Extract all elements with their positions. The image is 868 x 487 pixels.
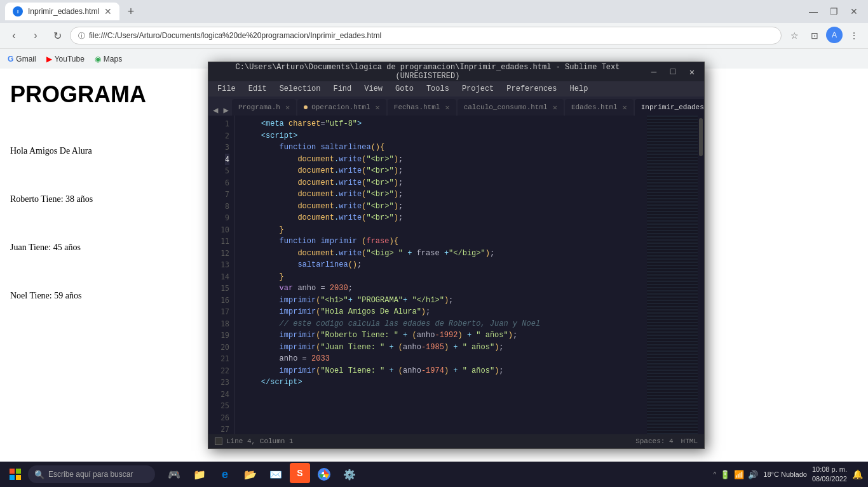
- bookmark-youtube[interactable]: ▶ YouTube: [46, 55, 85, 63]
- bookmark-button[interactable]: ☆: [785, 27, 803, 44]
- tab-inprimir[interactable]: Inprimir_edades.html ✕: [635, 99, 704, 116]
- minimap: [647, 116, 698, 434]
- back-button[interactable]: ‹: [5, 27, 23, 44]
- minimize-button[interactable]: —: [804, 3, 822, 20]
- taskbar-app-files[interactable]: 📂: [239, 463, 262, 486]
- menu-selection[interactable]: Selection: [275, 83, 326, 95]
- code-editor[interactable]: 1 2 3 4 5 6 7 8 9 10 11 12 13 14 15 16 1…: [208, 116, 704, 434]
- tab-operacion-close[interactable]: ✕: [376, 103, 380, 112]
- taskbar-app-mail[interactable]: ✉️: [264, 463, 287, 486]
- address-bar[interactable]: ⓘ file:///C:/Users/Arturo/Documents/logi…: [70, 27, 782, 44]
- tab-fechas[interactable]: Fechas.html ✕: [388, 99, 456, 116]
- browser-tab[interactable]: I Inprimir_edades.html ✕: [5, 3, 119, 20]
- more-button[interactable]: ⋮: [845, 27, 863, 44]
- page-line-3: Juan Tiene: 45 años: [10, 243, 191, 253]
- taskbar-date: 08/09/2022: [812, 474, 847, 484]
- taskbar-app-explorer[interactable]: 📁: [188, 463, 211, 486]
- browser-titlebar: I Inprimir_edades.html ✕ + — ❐ ✕: [0, 0, 868, 23]
- tab-edades-close[interactable]: ✕: [623, 103, 627, 112]
- menu-preferences[interactable]: Preferences: [501, 83, 562, 95]
- page-line-2: Roberto Tiene: 38 años: [10, 194, 191, 204]
- taskbar-search[interactable]: 🔍 Escribe aquí para buscar: [28, 465, 155, 483]
- sublime-close[interactable]: ✕: [685, 65, 699, 79]
- notification-button[interactable]: 🔔: [852, 469, 863, 479]
- status-left: Line 4, Column 1: [215, 437, 294, 445]
- tab-title: Inprimir_edades.html: [28, 7, 99, 16]
- tab-calculo-label: calculo_consumo.html: [464, 103, 548, 111]
- code-line-10: document.write("<br>");: [243, 189, 647, 201]
- tab-programa-close[interactable]: ✕: [285, 103, 290, 112]
- tray-battery: 🔋: [720, 470, 730, 479]
- ln-6: 6: [225, 177, 229, 189]
- profile-button[interactable]: A: [826, 27, 843, 43]
- sublime-maximize[interactable]: □: [666, 65, 680, 79]
- page-title: PROGRAMA: [10, 81, 191, 108]
- ln-11: 11: [220, 236, 229, 248]
- split-button[interactable]: ⊡: [806, 27, 824, 44]
- new-tab-button[interactable]: +: [122, 3, 140, 20]
- ln-21: 21: [220, 353, 229, 365]
- reload-button[interactable]: ↻: [48, 27, 66, 44]
- code-line-35: imprimir("Noel Tiene: " + (anho-1974) + …: [243, 365, 647, 377]
- browser-right-buttons: ☆ ⊡ A ⋮: [785, 27, 863, 44]
- tab-calculo-close[interactable]: ✕: [553, 103, 557, 112]
- ln-27: 27: [220, 424, 229, 434]
- taskbar-app-sublime[interactable]: S: [290, 463, 310, 483]
- code-line-1: <meta charset="utf-8">: [243, 118, 647, 130]
- weather-text: 18°C Nublado: [763, 470, 807, 478]
- tabs-next[interactable]: ▶: [221, 105, 230, 116]
- system-tray: ^ 🔋 📶 🔊: [714, 470, 759, 479]
- line-numbers: 1 2 3 4 5 6 7 8 9 10 11 12 13 14 15 16 1…: [208, 116, 235, 434]
- taskbar-datetime[interactable]: 10:08 p. m. 08/09/2022: [812, 465, 847, 484]
- gmail-label: Gmail: [16, 55, 36, 63]
- start-button[interactable]: [5, 464, 25, 484]
- browser-window-controls: — ❐ ✕: [804, 3, 863, 20]
- tab-operacion[interactable]: Operacion.html ✕: [297, 99, 386, 116]
- tab-fechas-close[interactable]: ✕: [445, 103, 449, 112]
- ln-13: 13: [220, 259, 229, 271]
- code-line-9: document.write("<br>");: [243, 177, 647, 189]
- sublime-minimize[interactable]: —: [647, 65, 661, 79]
- tabs-prev[interactable]: ◀: [211, 105, 220, 116]
- menu-project[interactable]: Project: [457, 83, 499, 95]
- ln-23: 23: [220, 377, 229, 389]
- status-bar: Line 4, Column 1 Spaces: 4 HTML: [208, 434, 704, 448]
- forward-button[interactable]: ›: [27, 27, 44, 44]
- menu-goto[interactable]: Goto: [390, 83, 419, 95]
- tray-network: 📶: [734, 470, 744, 479]
- bookmark-maps[interactable]: ◉ Maps: [95, 55, 122, 63]
- tab-close-button[interactable]: ✕: [104, 6, 112, 17]
- code-line-29: imprimir("Roberto Tiene: " + (anho-1992)…: [243, 330, 647, 342]
- tray-volume: 🔊: [748, 470, 758, 479]
- menu-tools[interactable]: Tools: [421, 83, 454, 95]
- scrollbar-thumb[interactable]: [699, 118, 703, 156]
- sublime-tabs: ◀ ▶ Programa.h ✕ Operacion.html ✕ Fechas…: [208, 97, 704, 116]
- tab-calculo[interactable]: calculo_consumo.html ✕: [458, 99, 564, 116]
- menu-find[interactable]: Find: [328, 83, 356, 95]
- tab-favicon: I: [13, 6, 23, 17]
- scrollbar-track[interactable]: [698, 116, 704, 434]
- menu-view[interactable]: View: [359, 83, 388, 95]
- ln-18: 18: [220, 318, 229, 330]
- tray-chevron[interactable]: ^: [714, 471, 717, 478]
- status-line-col: Line 4, Column 1: [226, 437, 294, 445]
- ln-5: 5: [225, 165, 229, 177]
- taskbar-app-edge[interactable]: e: [214, 463, 236, 486]
- code-body[interactable]: <meta charset="utf-8"> <script> function…: [235, 116, 647, 434]
- code-line-8: document.write("<br>");: [243, 165, 647, 177]
- page-line-4: Noel Tiene: 59 años: [10, 291, 191, 301]
- ln-7: 7: [225, 189, 229, 201]
- tab-edades[interactable]: Edades.html ✕: [565, 99, 634, 116]
- menu-file[interactable]: File: [212, 83, 241, 95]
- tab-programa[interactable]: Programa.h ✕: [232, 99, 296, 116]
- bookmark-gmail[interactable]: G Gmail: [8, 55, 36, 63]
- taskbar-app-settings[interactable]: ⚙️: [338, 463, 361, 486]
- menu-help[interactable]: Help: [565, 83, 593, 95]
- maximize-button[interactable]: ❐: [825, 3, 843, 20]
- taskbar-app-chrome[interactable]: [313, 463, 336, 486]
- menu-edit[interactable]: Edit: [243, 83, 272, 95]
- taskbar-app-widgets[interactable]: 🎮: [163, 463, 186, 486]
- sublime-titlebar: C:\Users\Arturo\Documents\logica de prog…: [208, 62, 704, 81]
- taskbar: 🔍 Escribe aquí para buscar 🎮 📁 e 📂 ✉️ S …: [0, 462, 868, 487]
- close-button[interactable]: ✕: [845, 3, 863, 20]
